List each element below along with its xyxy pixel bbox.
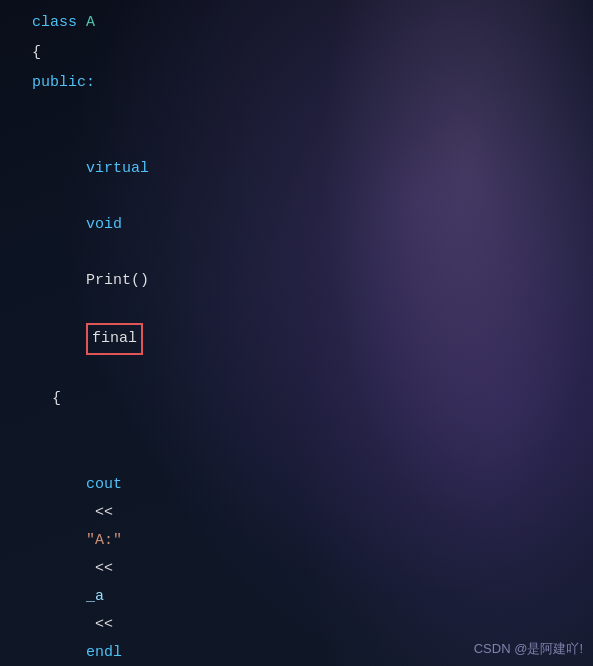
cout-keyword: cout: [86, 476, 122, 493]
code-line: {: [0, 384, 593, 414]
final-keyword-highlight: final: [86, 323, 143, 355]
keyword-void: void: [86, 216, 122, 233]
endl-keyword: endl: [86, 644, 122, 661]
code-line: public:: [0, 68, 593, 98]
keyword-public: public:: [32, 74, 95, 91]
operator: <<: [86, 560, 122, 577]
code-line: virtual void Print() final: [0, 98, 593, 384]
open-brace: {: [52, 390, 61, 407]
code-line: {: [0, 38, 593, 68]
line-content: public:: [28, 69, 593, 97]
keyword-virtual: virtual: [86, 160, 149, 177]
line-content: class A: [28, 9, 593, 37]
watermark-text: CSDN @是阿建吖!: [474, 641, 583, 656]
function-name-print: Print: [86, 272, 131, 289]
operator: <<: [86, 504, 122, 521]
space: [86, 300, 95, 317]
keyword-class: class: [32, 14, 77, 31]
paren: (): [131, 272, 149, 289]
code-line: class A: [0, 8, 593, 38]
line-content: {: [28, 385, 593, 413]
var-a: _a: [86, 588, 104, 605]
code-editor: class A { public: virtual void Print() f…: [0, 0, 593, 666]
open-brace: {: [32, 44, 41, 61]
line-content: virtual void Print() final: [28, 99, 593, 383]
space: [86, 188, 95, 205]
class-name-a: A: [86, 14, 95, 31]
string-a: "A:": [86, 532, 122, 549]
line-content: {: [28, 39, 593, 67]
line-content: cout << "A:" << _a << endl ;: [28, 415, 593, 666]
operator: <<: [86, 616, 122, 633]
code-line: cout << "A:" << _a << endl ;: [0, 414, 593, 666]
watermark: CSDN @是阿建吖!: [474, 640, 583, 658]
space: [86, 244, 95, 261]
